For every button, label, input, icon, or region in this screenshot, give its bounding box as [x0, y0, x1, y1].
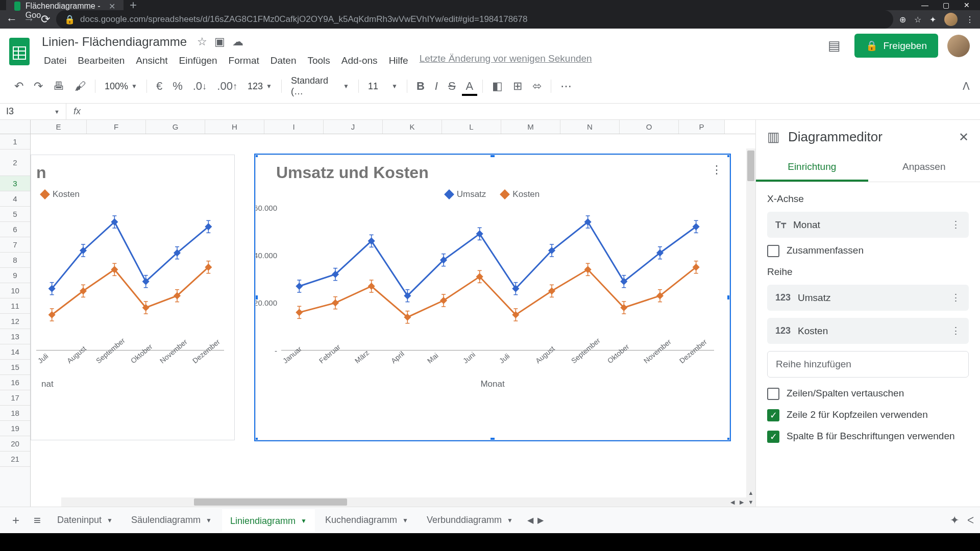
row-header[interactable]: 14: [0, 344, 30, 360]
merge-icon[interactable]: ⬄: [528, 77, 546, 96]
comments-icon[interactable]: ▤: [823, 35, 845, 57]
bold-icon[interactable]: B: [412, 77, 429, 96]
profile-avatar[interactable]: [947, 35, 970, 57]
chip-menu-icon[interactable]: ⋮: [951, 292, 961, 304]
move-icon[interactable]: ▣: [214, 35, 225, 48]
row-header[interactable]: 10: [0, 283, 30, 298]
col-header[interactable]: K: [383, 120, 442, 134]
borders-icon[interactable]: ⊞: [509, 77, 526, 96]
add-series-button[interactable]: Reihe hinzufügen: [767, 351, 969, 378]
row-header[interactable]: 5: [0, 207, 30, 222]
col-header[interactable]: O: [620, 120, 679, 134]
use-row2-checkbox[interactable]: ✓ Zeile 2 für Kopfzeilen verwenden: [767, 409, 969, 421]
close-icon[interactable]: ✕: [109, 2, 115, 11]
maximize-icon[interactable]: ▢: [943, 1, 949, 9]
row-header[interactable]: 1: [0, 134, 30, 149]
explore-icon[interactable]: ✦: [950, 514, 959, 527]
more-icon[interactable]: ⋯: [556, 77, 576, 96]
row-header[interactable]: 9: [0, 268, 30, 283]
switch-rc-checkbox[interactable]: Zeilen/Spalten vertauschen: [767, 388, 969, 400]
menu-addons[interactable]: Add-ons: [336, 53, 383, 68]
col-header[interactable]: M: [501, 120, 560, 134]
row-header[interactable]: 15: [0, 360, 30, 375]
tab-setup[interactable]: Einrichtung: [756, 154, 868, 182]
row-header[interactable]: 6: [0, 222, 30, 237]
print-icon[interactable]: 🖶: [49, 77, 68, 96]
aggregate-checkbox[interactable]: Zusammenfassen: [767, 245, 969, 257]
cell-reference[interactable]: I3▼: [0, 104, 66, 119]
row-header[interactable]: 13: [0, 329, 30, 344]
dec-decrease-button[interactable]: .0↓: [189, 77, 211, 96]
row-header[interactable]: 7: [0, 237, 30, 253]
minimize-icon[interactable]: —: [921, 1, 928, 9]
close-window-icon[interactable]: ✕: [964, 1, 970, 9]
select-all-corner[interactable]: [0, 120, 31, 134]
chip-menu-icon[interactable]: ⋮: [951, 219, 961, 231]
sheet-tab-saeulendiagramm[interactable]: Säulendiagramm▼: [123, 510, 220, 531]
col-header[interactable]: L: [442, 120, 501, 134]
side-panel-toggle-icon[interactable]: ᐸ: [967, 515, 974, 526]
browser-menu-icon[interactable]: ⋮: [966, 15, 974, 24]
tab-customize[interactable]: Anpassen: [868, 154, 981, 182]
sheet-next-icon[interactable]: ▶: [537, 515, 544, 525]
redo-icon[interactable]: ↷: [30, 77, 47, 96]
num-format-select[interactable]: 123▼: [243, 79, 276, 94]
star-icon[interactable]: ☆: [197, 35, 207, 48]
x-axis-field[interactable]: Tᴛ Monat ⋮: [767, 212, 969, 238]
extensions-icon[interactable]: ✦: [929, 15, 936, 24]
row-header[interactable]: 18: [0, 406, 30, 421]
percent-button[interactable]: %: [168, 77, 187, 96]
zoom-icon[interactable]: ⊕: [899, 15, 906, 24]
row-header[interactable]: 12: [0, 314, 30, 329]
strike-icon[interactable]: S: [444, 77, 460, 96]
menu-ansicht[interactable]: Ansicht: [131, 53, 173, 68]
forward-icon[interactable]: →: [23, 13, 35, 26]
star-icon[interactable]: ☆: [914, 15, 921, 24]
col-header[interactable]: N: [560, 120, 620, 134]
use-colb-checkbox[interactable]: ✓ Spalte B für Beschriftungen verwenden: [767, 431, 969, 443]
sheets-logo-icon[interactable]: [6, 34, 33, 69]
col-header[interactable]: H: [205, 120, 264, 134]
row-header[interactable]: 3: [0, 176, 30, 191]
url-bar[interactable]: 🔒 docs.google.com/spreadsheets/d/16sZAG8…: [56, 10, 893, 29]
row-header[interactable]: 2: [0, 149, 30, 176]
menu-einfuegen[interactable]: Einfügen: [174, 53, 223, 68]
sheet-tab-liniendiagramm[interactable]: Liniendiagramm▼: [222, 509, 315, 532]
sheet-tab-dateninput[interactable]: Dateninput▼: [49, 510, 121, 531]
menu-bearbeiten[interactable]: Bearbeiten: [72, 53, 130, 68]
browser-avatar[interactable]: [944, 13, 958, 26]
back-icon[interactable]: ←: [6, 13, 17, 26]
menu-hilfe[interactable]: Hilfe: [384, 53, 413, 68]
menu-datei[interactable]: Datei: [39, 53, 71, 68]
dec-increase-button[interactable]: .00↑: [213, 77, 241, 96]
series-kosten-field[interactable]: 123 Kosten ⋮: [767, 318, 969, 344]
col-header[interactable]: E: [31, 120, 87, 134]
menu-format[interactable]: Format: [224, 53, 264, 68]
grid-cells[interactable]: n Kosten JuliAugustSeptemberOktoberNovem…: [31, 134, 755, 507]
row-header[interactable]: 19: [0, 421, 30, 436]
paint-format-icon[interactable]: 🖌: [70, 77, 90, 96]
sheet-tab-kuchendiagramm[interactable]: Kuchendiagramm▼: [317, 510, 416, 531]
row-header[interactable]: 16: [0, 375, 30, 390]
reload-icon[interactable]: ⟳: [41, 13, 50, 26]
fill-color-icon[interactable]: ◧: [488, 77, 507, 96]
all-sheets-icon[interactable]: ≡: [28, 509, 47, 532]
formula-input[interactable]: [88, 107, 980, 116]
add-sheet-button[interactable]: +: [6, 509, 26, 532]
row-header[interactable]: 11: [0, 298, 30, 314]
row-header[interactable]: 4: [0, 191, 30, 207]
undo-icon[interactable]: ↶: [10, 77, 28, 96]
collapse-toolbar-icon[interactable]: ᐱ: [963, 80, 970, 92]
series-umsatz-field[interactable]: 123 Umsatz ⋮: [767, 285, 969, 311]
col-header[interactable]: P: [679, 120, 725, 134]
row-header[interactable]: 17: [0, 390, 30, 406]
cloud-icon[interactable]: ☁: [232, 35, 243, 48]
col-header[interactable]: J: [324, 120, 383, 134]
chart-partial-left[interactable]: n Kosten JuliAugustSeptemberOktoberNovem…: [31, 155, 235, 440]
doc-title[interactable]: Linien- Flächendiagramme: [39, 34, 190, 50]
font-select[interactable]: Standard (…▼: [287, 73, 353, 99]
menu-tools[interactable]: Tools: [302, 53, 335, 68]
vertical-scrollbar[interactable]: ▲ ▼: [746, 148, 755, 507]
menu-daten[interactable]: Daten: [265, 53, 302, 68]
sheet-tab-verbunddiagramm[interactable]: Verbunddiagramm▼: [419, 510, 521, 531]
